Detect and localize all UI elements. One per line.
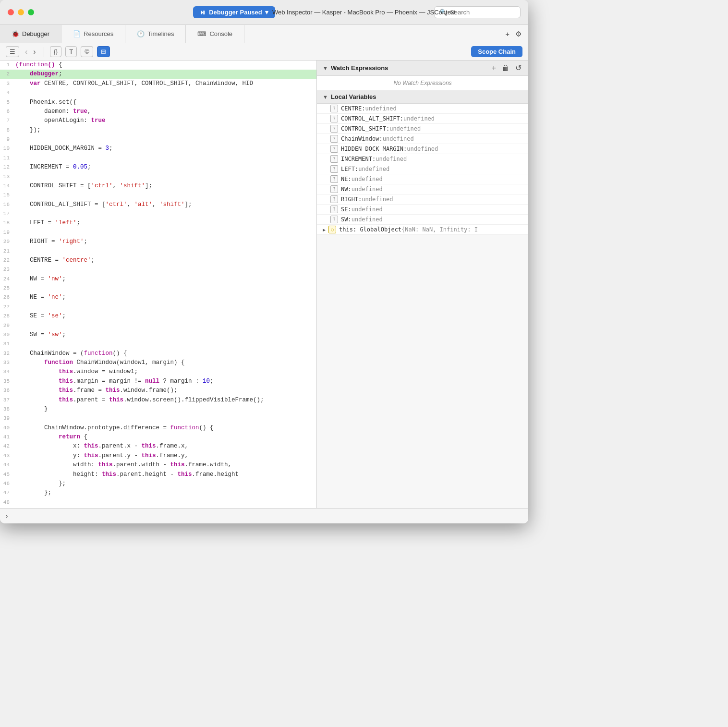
tab-bar: 🐞 Debugger 📄 Resources 🕐 Timelines ⌨ Con… — [0, 25, 528, 43]
add-watch-button[interactable]: + — [491, 63, 497, 73]
var-item-NE[interactable]: ? NE: undefined — [317, 174, 528, 184]
code-line-5: 5 Phoenix.set({ — [0, 98, 316, 107]
var-item-CONTROL_SHIFT[interactable]: ? CONTROL_SHIFT: undefined — [317, 124, 528, 134]
tab-debugger[interactable]: 🐞 Debugger — [0, 25, 61, 43]
code-line-12: 12 INCREMENT = 0.05; — [0, 163, 316, 172]
variables-section[interactable]: ? CENTRE: undefined ? CONTROL_ALT_SHIFT:… — [317, 104, 528, 508]
minimize-button[interactable] — [18, 9, 24, 15]
code-line-48: 48 — [0, 498, 316, 507]
var-type-icon: ? — [330, 145, 338, 153]
code-line-9: 9 — [0, 135, 316, 144]
tab-console[interactable]: ⌨ Console — [186, 25, 244, 43]
code-line-32: 32 ChainWindow = (function() { — [0, 349, 316, 358]
code-editor[interactable]: 1 (function() { 2 debugger; 3 var CENTRE… — [0, 61, 316, 508]
tab-resources-label: Resources — [84, 30, 113, 37]
code-panel: 1 (function() { 2 debugger; 3 var CENTRE… — [0, 61, 317, 508]
debugger-label: Debugger Paused — [209, 9, 262, 16]
maximize-button[interactable] — [28, 9, 34, 15]
code-line-18: 18 LEFT = 'left'; — [0, 218, 316, 228]
code-line-40: 40 ChainWindow.prototype.difference = fu… — [0, 424, 316, 433]
var-item-HIDDEN_DOCK_MARGIN[interactable]: ? HIDDEN_DOCK_MARGIN: undefined — [317, 144, 528, 154]
var-item-ChainWindow[interactable]: ? ChainWindow: undefined — [317, 134, 528, 144]
title-bar: Web Inspector — Kasper - MacBook Pro — P… — [0, 0, 528, 25]
tab-timelines[interactable]: 🕐 Timelines — [125, 25, 186, 43]
var-obj-icon: ○ — [328, 226, 336, 233]
watch-actions: + 🗑 ↺ — [491, 63, 522, 73]
tab-timelines-label: Timelines — [147, 30, 174, 37]
code-line-14: 14 CONTROL_SHIFT = ['ctrl', 'shift']; — [0, 182, 316, 191]
code-line-39: 39 — [0, 414, 316, 423]
close-button[interactable] — [8, 9, 14, 15]
debugger-paused-button[interactable]: ⏯ Debugger Paused ▾ — [193, 6, 275, 18]
local-vars-toggle-icon[interactable]: ▼ — [323, 94, 328, 100]
code-line-19: 19 — [0, 228, 316, 237]
search-input[interactable] — [450, 9, 515, 16]
watch-toggle-icon[interactable]: ▼ — [323, 65, 328, 71]
tab-resources[interactable]: 📄 Resources — [61, 25, 125, 43]
code-line-24: 24 NW = 'nw'; — [0, 275, 316, 284]
add-tab-button[interactable]: + — [503, 29, 511, 39]
code-line-47: 47 }; — [0, 488, 316, 497]
code-line-2: 2 debugger; — [0, 70, 316, 79]
nav-back-button[interactable]: ‹ — [23, 48, 29, 56]
code-line-46: 46 }; — [0, 479, 316, 488]
var-item-this[interactable]: ▶ ○ this: GlobalObject {NaN: NaN, Infini… — [317, 225, 528, 235]
var-type-icon: ? — [330, 165, 338, 173]
copyright-button[interactable]: © — [81, 46, 93, 57]
code-line-33: 33 function ChainWindow(window1, margin)… — [0, 358, 316, 367]
var-type-icon: ? — [330, 105, 338, 112]
delete-watch-button[interactable]: 🗑 — [501, 63, 510, 73]
code-line-43: 43 y: this.parent.y - this.frame.y, — [0, 451, 316, 460]
code-line-41: 41 return { — [0, 433, 316, 442]
local-variables-list: ? CENTRE: undefined ? CONTROL_ALT_SHIFT:… — [317, 104, 528, 235]
code-line-27: 27 — [0, 303, 316, 312]
var-item-LEFT[interactable]: ? LEFT: undefined — [317, 164, 528, 174]
code-line-17: 17 — [0, 209, 316, 218]
var-item-SE[interactable]: ? SE: undefined — [317, 205, 528, 215]
columns-button[interactable]: ⊟ — [97, 46, 110, 57]
var-item-RIGHT[interactable]: ? RIGHT: undefined — [317, 194, 528, 205]
bottom-bar: › — [0, 508, 528, 523]
main-content: 1 (function() { 2 debugger; 3 var CENTRE… — [0, 61, 528, 508]
code-line-26: 26 NE = 'ne'; — [0, 293, 316, 302]
refresh-watch-button[interactable]: ↺ — [514, 63, 522, 73]
expand-icon[interactable]: ▶ — [323, 227, 326, 232]
var-item-INCREMENT[interactable]: ? INCREMENT: undefined — [317, 154, 528, 164]
code-line-11: 11 — [0, 154, 316, 163]
var-item-CONTROL_ALT_SHIFT[interactable]: ? CONTROL_ALT_SHIFT: undefined — [317, 114, 528, 124]
debugger-tab-icon: 🐞 — [12, 30, 19, 37]
debugger-play-icon: ⏯ — [200, 9, 206, 16]
code-line-29: 29 — [0, 321, 316, 330]
tab-console-label: Console — [209, 30, 232, 37]
tab-debugger-label: Debugger — [22, 30, 49, 37]
code-line-28: 28 SE = 'se'; — [0, 312, 316, 321]
var-type-icon: ? — [330, 125, 338, 133]
var-type-icon: ? — [330, 155, 338, 163]
var-type-icon: ? — [330, 175, 338, 183]
code-line-13: 13 — [0, 172, 316, 182]
type-button[interactable]: T — [65, 46, 77, 57]
curly-braces-button[interactable]: {} — [50, 46, 62, 57]
var-type-icon: ? — [330, 135, 338, 143]
sidebar-toggle-button[interactable]: ☰ — [6, 46, 19, 57]
code-line-45: 45 height: this.parent.height - this.fra… — [0, 470, 316, 479]
code-line-6: 6 daemon: true, — [0, 107, 316, 116]
title-center-controls: ⏯ Debugger Paused ▾ — [193, 6, 275, 18]
nav-buttons: ‹ › — [23, 48, 38, 56]
var-type-icon: ? — [330, 195, 338, 203]
var-item-NW[interactable]: ? NW: undefined — [317, 184, 528, 194]
code-line-25: 25 — [0, 284, 316, 293]
var-item-SW[interactable]: ? SW: undefined — [317, 215, 528, 225]
var-type-icon: ? — [330, 185, 338, 193]
window-title: Web Inspector — Kasper - MacBook Pro — P… — [272, 9, 456, 16]
code-line-21: 21 — [0, 247, 316, 256]
nav-forward-button[interactable]: › — [31, 48, 37, 56]
watch-expressions-list: No Watch Expressions — [317, 76, 528, 90]
code-line-22: 22 CENTRE = 'centre'; — [0, 256, 316, 265]
settings-button[interactable]: ⚙ — [513, 29, 523, 39]
var-item-CENTRE[interactable]: ? CENTRE: undefined — [317, 104, 528, 114]
watch-expressions-header: ▼ Watch Expressions + 🗑 ↺ — [317, 61, 528, 76]
scope-chain-button[interactable]: Scope Chain — [471, 46, 522, 57]
console-prompt-icon: › — [6, 512, 8, 520]
code-line-1: 1 (function() { — [0, 61, 316, 70]
